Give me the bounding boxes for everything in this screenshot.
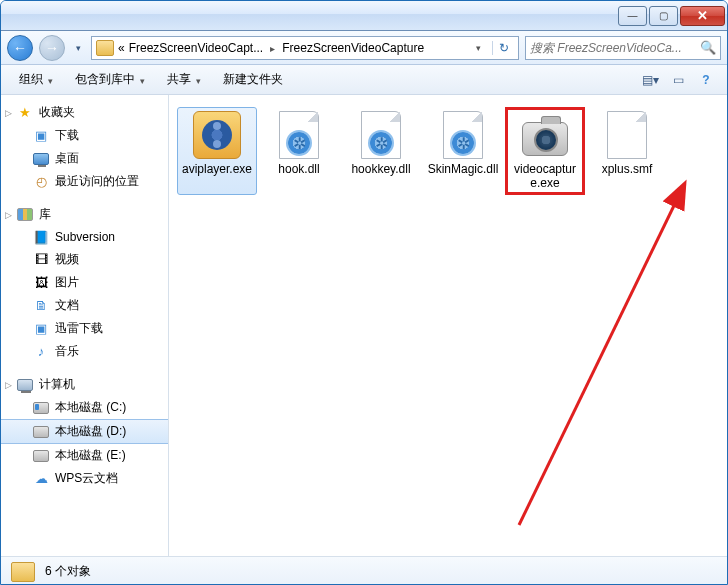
organize-menu[interactable]: 组织 bbox=[9, 68, 63, 91]
file-list[interactable]: aviplayer.exe hook.dll hookkey.dll SkinM… bbox=[169, 95, 727, 556]
file-item[interactable]: aviplayer.exe bbox=[177, 107, 257, 195]
maximize-button[interactable]: ▢ bbox=[649, 6, 678, 26]
annotation-arrow bbox=[469, 175, 728, 535]
toolbar: 组织 包含到库中 共享 新建文件夹 ▤▾ ▭ ? bbox=[1, 65, 727, 95]
sidebar-label: 库 bbox=[39, 206, 51, 223]
close-button[interactable]: ✕ bbox=[680, 6, 725, 26]
file-name: xplus.smf bbox=[602, 163, 653, 177]
search-input[interactable] bbox=[530, 41, 696, 55]
sidebar-item-disk-d[interactable]: 本地磁盘 (D:) bbox=[1, 419, 168, 444]
titlebar: — ▢ ✕ bbox=[1, 1, 727, 31]
address-dropdown[interactable]: ▾ bbox=[468, 43, 488, 53]
breadcrumb-prefix: « bbox=[118, 41, 125, 55]
folder-icon bbox=[11, 562, 35, 582]
sidebar-item-downloads[interactable]: ▣下载 bbox=[1, 124, 168, 147]
collapse-icon: ▷ bbox=[5, 380, 12, 390]
preview-pane-button[interactable]: ▭ bbox=[665, 69, 691, 91]
sidebar-item-recent[interactable]: ◴最近访问的位置 bbox=[1, 170, 168, 193]
disk-icon bbox=[33, 400, 49, 416]
computer-icon bbox=[17, 377, 33, 393]
disk-icon bbox=[33, 448, 49, 464]
camera-exe-icon bbox=[521, 111, 569, 159]
minimize-button[interactable]: — bbox=[618, 6, 647, 26]
sidebar-item-videos[interactable]: 🎞视频 bbox=[1, 248, 168, 271]
sidebar-group-computer[interactable]: ▷ 计算机 bbox=[1, 373, 168, 396]
sidebar-item-music[interactable]: ♪音乐 bbox=[1, 340, 168, 363]
sidebar-group-libraries[interactable]: ▷ 库 bbox=[1, 203, 168, 226]
collapse-icon: ▷ bbox=[5, 210, 12, 220]
file-item[interactable]: xplus.smf bbox=[587, 107, 667, 195]
sidebar-item-xunlei[interactable]: ▣迅雷下载 bbox=[1, 317, 168, 340]
sidebar-item-disk-e[interactable]: 本地磁盘 (E:) bbox=[1, 444, 168, 467]
libraries-icon bbox=[17, 207, 33, 223]
breadcrumb-2[interactable]: FreezScreenVideoCapture bbox=[282, 41, 424, 55]
status-bar: 6 个对象 bbox=[1, 556, 727, 585]
share-menu[interactable]: 共享 bbox=[157, 68, 211, 91]
sidebar-item-subversion[interactable]: 📘Subversion bbox=[1, 226, 168, 248]
video-icon: 🎞 bbox=[33, 252, 49, 268]
forward-button[interactable]: → bbox=[39, 35, 65, 61]
sidebar-group-favorites[interactable]: ▷ ★ 收藏夹 bbox=[1, 101, 168, 124]
file-item[interactable]: hookkey.dll bbox=[341, 107, 421, 195]
file-name: SkinMagic.dll bbox=[428, 163, 499, 177]
address-bar[interactable]: « FreezScreenVideoCapt... FreezScreenVid… bbox=[91, 36, 519, 60]
dll-icon bbox=[275, 111, 323, 159]
download-icon: ▣ bbox=[33, 321, 49, 337]
recent-icon: ◴ bbox=[33, 174, 49, 190]
file-item[interactable]: SkinMagic.dll bbox=[423, 107, 503, 195]
new-folder-button[interactable]: 新建文件夹 bbox=[213, 68, 293, 91]
breadcrumb-1[interactable]: FreezScreenVideoCapt... bbox=[129, 41, 264, 55]
include-in-library-menu[interactable]: 包含到库中 bbox=[65, 68, 155, 91]
history-dropdown[interactable]: ▾ bbox=[71, 38, 85, 58]
help-button[interactable]: ? bbox=[693, 69, 719, 91]
collapse-icon: ▷ bbox=[5, 108, 12, 118]
navigation-bar: ← → ▾ « FreezScreenVideoCapt... FreezScr… bbox=[1, 31, 727, 65]
download-icon: ▣ bbox=[33, 128, 49, 144]
search-icon: 🔍 bbox=[700, 40, 716, 55]
cloud-icon: ☁ bbox=[33, 471, 49, 487]
file-name: videocapture.exe bbox=[509, 163, 581, 191]
dll-icon bbox=[439, 111, 487, 159]
dll-icon bbox=[357, 111, 405, 159]
navigation-pane: ▷ ★ 收藏夹 ▣下载 桌面 ◴最近访问的位置 ▷ 库 📘Subversion … bbox=[1, 95, 169, 556]
chevron-right-icon[interactable] bbox=[267, 41, 278, 55]
exe-icon bbox=[193, 111, 241, 159]
main-area: ▷ ★ 收藏夹 ▣下载 桌面 ◴最近访问的位置 ▷ 库 📘Subversion … bbox=[1, 95, 727, 556]
file-item[interactable]: hook.dll bbox=[259, 107, 339, 195]
sidebar-label: 计算机 bbox=[39, 376, 75, 393]
sidebar-item-wps-cloud[interactable]: ☁WPS云文档 bbox=[1, 467, 168, 490]
desktop-icon bbox=[33, 151, 49, 167]
sidebar-item-pictures[interactable]: 🖼图片 bbox=[1, 271, 168, 294]
music-icon: ♪ bbox=[33, 344, 49, 360]
blank-file-icon bbox=[603, 111, 651, 159]
status-text: 6 个对象 bbox=[45, 563, 91, 580]
file-name: hookkey.dll bbox=[351, 163, 410, 177]
document-icon: 🗎 bbox=[33, 298, 49, 314]
sidebar-item-documents[interactable]: 🗎文档 bbox=[1, 294, 168, 317]
svg-line-0 bbox=[519, 185, 684, 525]
sidebar-item-disk-c[interactable]: 本地磁盘 (C:) bbox=[1, 396, 168, 419]
star-icon: ★ bbox=[17, 105, 33, 121]
folder-icon bbox=[96, 40, 114, 56]
svn-icon: 📘 bbox=[33, 229, 49, 245]
back-button[interactable]: ← bbox=[7, 35, 33, 61]
search-box[interactable]: 🔍 bbox=[525, 36, 721, 60]
file-item-highlighted[interactable]: videocapture.exe bbox=[505, 107, 585, 195]
sidebar-label: 收藏夹 bbox=[39, 104, 75, 121]
picture-icon: 🖼 bbox=[33, 275, 49, 291]
view-options-button[interactable]: ▤▾ bbox=[637, 69, 663, 91]
disk-icon bbox=[33, 424, 49, 440]
file-name: hook.dll bbox=[278, 163, 319, 177]
refresh-button[interactable]: ↻ bbox=[492, 41, 514, 55]
file-name: aviplayer.exe bbox=[182, 163, 252, 177]
sidebar-item-desktop[interactable]: 桌面 bbox=[1, 147, 168, 170]
